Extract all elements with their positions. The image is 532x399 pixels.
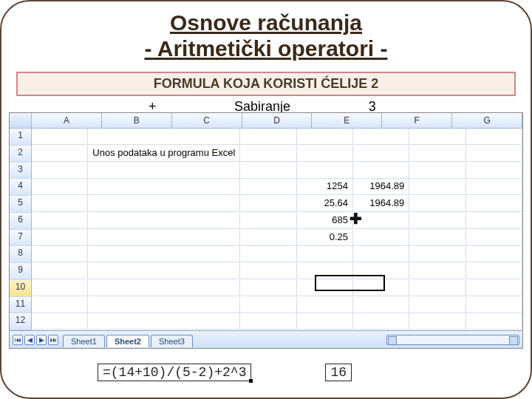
- row-header[interactable]: 11: [10, 297, 32, 314]
- cell[interactable]: [297, 263, 353, 279]
- row-header[interactable]: 8: [10, 246, 32, 263]
- sheet-nav-buttons[interactable]: ⏮ ◀ ▶ ⏭: [13, 335, 58, 345]
- cell[interactable]: [32, 246, 88, 262]
- nav-next-icon[interactable]: ▶: [36, 335, 47, 345]
- cell[interactable]: [240, 246, 296, 262]
- cell[interactable]: [353, 313, 409, 330]
- cell[interactable]: [88, 280, 240, 296]
- cell[interactable]: 1964.89: [353, 179, 409, 195]
- cell[interactable]: [240, 230, 296, 246]
- cell[interactable]: [466, 280, 522, 296]
- cell[interactable]: [32, 297, 88, 313]
- cell[interactable]: [353, 297, 409, 313]
- cell[interactable]: [297, 246, 353, 262]
- cell[interactable]: Unos podataka u programu Excel: [88, 146, 240, 162]
- cell[interactable]: [32, 146, 88, 162]
- cell[interactable]: [88, 246, 240, 262]
- cell[interactable]: [240, 280, 296, 296]
- spreadsheet-grid[interactable]: 1 2 Unos podataka u programu Excel 3 4 1…: [10, 129, 522, 330]
- col-header[interactable]: F: [382, 113, 452, 128]
- cell[interactable]: [409, 280, 466, 296]
- cell[interactable]: [88, 213, 240, 229]
- cell[interactable]: [297, 146, 353, 162]
- col-header[interactable]: D: [242, 113, 313, 128]
- cell[interactable]: [353, 163, 409, 179]
- cell[interactable]: 1964.89: [353, 196, 409, 212]
- row-header-active[interactable]: 10: [10, 280, 32, 297]
- row-header[interactable]: 5: [10, 196, 32, 213]
- cell[interactable]: [240, 163, 296, 179]
- sheet-tab[interactable]: Sheet1: [63, 335, 105, 347]
- cell[interactable]: [409, 230, 466, 246]
- cell[interactable]: [409, 163, 466, 179]
- cell[interactable]: [32, 263, 88, 279]
- cell[interactable]: [297, 313, 353, 330]
- cell[interactable]: [409, 179, 466, 195]
- cell[interactable]: [353, 146, 409, 162]
- cell[interactable]: [240, 213, 296, 229]
- col-header[interactable]: E: [312, 113, 382, 128]
- row-header[interactable]: 1: [10, 129, 32, 146]
- cell[interactable]: [409, 129, 466, 145]
- cell[interactable]: [409, 146, 466, 162]
- cell[interactable]: [240, 179, 296, 195]
- cell[interactable]: [240, 146, 296, 162]
- cell[interactable]: [88, 129, 240, 145]
- cell[interactable]: [32, 129, 88, 145]
- cell[interactable]: [297, 280, 353, 296]
- cell[interactable]: [466, 246, 522, 262]
- sheet-tab-active[interactable]: Sheet2: [106, 335, 149, 347]
- row-header[interactable]: 4: [10, 179, 32, 196]
- cell[interactable]: [353, 280, 409, 296]
- cell[interactable]: [409, 213, 466, 229]
- cell[interactable]: 1254: [297, 179, 353, 195]
- cell[interactable]: [409, 313, 466, 330]
- cell[interactable]: [466, 230, 522, 246]
- cell[interactable]: [297, 297, 353, 313]
- cell[interactable]: [466, 196, 522, 212]
- cell[interactable]: 685: [297, 213, 353, 229]
- cell[interactable]: [353, 230, 409, 246]
- cell[interactable]: [353, 213, 409, 229]
- cell[interactable]: [32, 213, 88, 229]
- cell[interactable]: [32, 280, 88, 296]
- cell[interactable]: 0.25: [297, 230, 353, 246]
- col-header[interactable]: B: [102, 113, 172, 128]
- row-header[interactable]: 9: [10, 263, 32, 280]
- cell[interactable]: [353, 129, 409, 145]
- cell[interactable]: [466, 146, 522, 162]
- cell[interactable]: [240, 313, 296, 330]
- row-header[interactable]: 7: [10, 230, 32, 247]
- cell[interactable]: [32, 196, 88, 212]
- row-header[interactable]: 2: [10, 146, 32, 163]
- cell[interactable]: [353, 263, 409, 279]
- col-header[interactable]: G: [452, 113, 522, 128]
- nav-prev-icon[interactable]: ◀: [24, 335, 35, 345]
- cell[interactable]: [466, 263, 522, 279]
- cell[interactable]: [466, 179, 522, 195]
- select-all-corner[interactable]: [10, 113, 32, 128]
- cell[interactable]: [88, 230, 240, 246]
- sheet-tab[interactable]: Sheet3: [151, 335, 193, 347]
- cell[interactable]: [409, 246, 466, 262]
- cell[interactable]: [409, 196, 466, 212]
- cell[interactable]: [88, 313, 240, 330]
- row-header[interactable]: 12: [10, 313, 32, 330]
- cell[interactable]: [88, 163, 240, 179]
- cell[interactable]: [32, 313, 88, 330]
- cell[interactable]: [32, 230, 88, 246]
- cell[interactable]: [297, 163, 353, 179]
- cell[interactable]: [88, 263, 240, 279]
- col-header[interactable]: C: [172, 113, 242, 128]
- cell[interactable]: [88, 196, 240, 212]
- cell[interactable]: [409, 263, 466, 279]
- cell[interactable]: [466, 213, 522, 229]
- cell[interactable]: [466, 297, 522, 313]
- cell[interactable]: [240, 297, 296, 313]
- cell[interactable]: [32, 163, 88, 179]
- cell[interactable]: [466, 313, 522, 330]
- cell[interactable]: [240, 129, 296, 145]
- cell[interactable]: [240, 196, 296, 212]
- nav-first-icon[interactable]: ⏮: [13, 335, 23, 345]
- cell[interactable]: 25.64: [297, 196, 353, 212]
